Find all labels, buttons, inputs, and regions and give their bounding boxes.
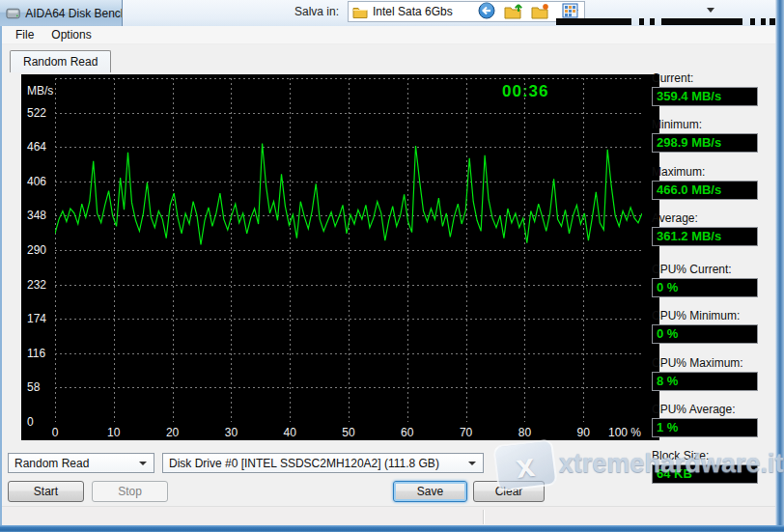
y-tick-label: 232 xyxy=(27,278,66,292)
stat-label: CPU% Average: xyxy=(652,403,754,416)
y-tick-label: 406 xyxy=(27,175,66,188)
window-frame-bottom xyxy=(0,525,784,532)
menu-file[interactable]: File xyxy=(8,26,42,43)
y-tick-label: 522 xyxy=(27,106,66,120)
back-arrow-icon xyxy=(478,2,495,19)
stat-label: Current: xyxy=(652,71,754,85)
stat-value: 298.9 MB/s xyxy=(652,133,758,153)
stat-value: 361.2 MB/s xyxy=(652,227,758,246)
stat-cpu-minimum: CPU% Minimum: 0 % xyxy=(652,309,754,344)
save-location-value: Intel Sata 6Gbs xyxy=(373,5,453,18)
stop-button[interactable]: Stop xyxy=(92,481,168,502)
y-tick-label: 174 xyxy=(27,312,66,325)
stat-minimum: Minimum: 298.9 MB/s xyxy=(652,118,754,153)
y-tick-label: 290 xyxy=(27,243,66,257)
x-tick-label: 60 xyxy=(401,426,413,439)
x-tick-label: 0 xyxy=(52,426,59,439)
new-folder-button[interactable] xyxy=(530,1,551,20)
stat-maximum: Maximum: 466.0 MB/s xyxy=(652,165,754,200)
stat-label: CPU% Minimum: xyxy=(652,309,754,322)
menubar: File Options xyxy=(2,26,775,44)
stat-label: Minimum: xyxy=(652,118,754,131)
x-tick-label: 70 xyxy=(460,426,472,439)
test-type-value: Random Read xyxy=(14,457,89,470)
x-tick-label: 80 xyxy=(518,426,531,439)
y-tick-label: 116 xyxy=(27,347,66,360)
stat-label: Block Size: xyxy=(652,449,754,462)
screen: Salva in: Intel Sata 6Gbs xyxy=(0,0,784,532)
folder-icon xyxy=(352,6,368,18)
aida64-titlebar[interactable]: AIDA64 Disk Bench xyxy=(0,0,123,26)
tab-random-read[interactable]: Random Read xyxy=(10,50,111,72)
x-tick-label: 30 xyxy=(225,426,238,439)
window-frame-right xyxy=(775,0,784,532)
x-tick-label: 100 % xyxy=(608,426,641,439)
stat-block-size: Block Size: 64 KB xyxy=(652,449,754,484)
stat-value: 0 % xyxy=(652,278,758,297)
stat-average: Average: 361.2 MB/s xyxy=(652,211,754,246)
test-type-combobox[interactable]: Random Read xyxy=(8,453,154,473)
chevron-down-icon xyxy=(139,462,147,465)
drive-combobox[interactable]: Disk Drive #0 [INTEL SSDSC2MH120A2] (111… xyxy=(162,453,484,473)
statusbar xyxy=(2,506,775,527)
top-strip: Salva in: Intel Sata 6Gbs xyxy=(0,0,784,26)
stat-cpu-current: CPU% Current: 0 % xyxy=(652,263,754,297)
start-button[interactable]: Start xyxy=(8,481,84,502)
statusbar-divider xyxy=(483,510,484,524)
views-button[interactable] xyxy=(559,1,580,20)
views-dropdown-caret-icon[interactable] xyxy=(707,8,714,13)
stat-value: 466.0 MB/s xyxy=(652,181,758,200)
benchmark-chart: MB/s 00:36 522464406348290232174116580 0… xyxy=(21,74,659,440)
chart-plot xyxy=(55,78,642,422)
clear-button[interactable]: Clear xyxy=(473,481,545,502)
y-tick-label: 0 xyxy=(27,415,66,429)
chevron-down-icon xyxy=(468,462,476,465)
stat-value: 0 % xyxy=(652,324,758,344)
x-tick-label: 40 xyxy=(284,426,296,439)
save-in-label: Salva in: xyxy=(294,5,339,18)
window-body: Random Read MB/s 00:36 52246440634829023… xyxy=(2,44,775,506)
folder-up-icon xyxy=(504,3,523,19)
stat-label: Average: xyxy=(652,211,754,225)
stat-value: 64 KB xyxy=(652,464,758,484)
up-one-level-button[interactable] xyxy=(503,1,524,20)
stat-cpu-maximum: CPU% Maximum: 8 % xyxy=(652,356,754,391)
stat-value: 359.4 MB/s xyxy=(652,87,758,106)
x-tick-label: 90 xyxy=(577,426,590,439)
stat-label: CPU% Maximum: xyxy=(652,356,754,370)
stat-cpu-average: CPU% Average: 1 % xyxy=(652,403,754,437)
x-tick-label: 20 xyxy=(166,426,179,439)
views-grid-icon xyxy=(562,3,578,18)
x-tick-label: 50 xyxy=(342,426,354,439)
y-tick-label: 348 xyxy=(27,209,66,222)
new-folder-icon xyxy=(531,3,550,19)
disk-drive-icon xyxy=(6,7,20,20)
stats-panel: Current: 359.4 MB/s Minimum: 298.9 MB/s … xyxy=(652,44,760,506)
window-frame-left xyxy=(0,26,2,532)
save-button[interactable]: Save xyxy=(393,481,467,502)
stat-label: CPU% Current: xyxy=(652,263,754,276)
back-button[interactable] xyxy=(476,1,497,20)
drive-value: Disk Drive #0 [INTEL SSDSC2MH120A2] (111… xyxy=(169,457,439,470)
stat-label: Maximum: xyxy=(652,165,754,179)
window-title: AIDA64 Disk Bench xyxy=(25,7,122,20)
y-axis-unit-label: MB/s xyxy=(27,84,53,98)
save-dialog-fragment: Salva in: Intel Sata 6Gbs xyxy=(123,0,784,27)
stat-current: Current: 359.4 MB/s xyxy=(652,71,754,106)
file-list-previews xyxy=(556,18,784,25)
y-tick-label: 58 xyxy=(27,380,66,394)
stat-value: 8 % xyxy=(652,372,758,391)
menu-options[interactable]: Options xyxy=(43,26,98,43)
stat-value: 1 % xyxy=(652,418,758,437)
x-tick-label: 10 xyxy=(107,426,120,439)
y-tick-label: 464 xyxy=(27,140,66,154)
